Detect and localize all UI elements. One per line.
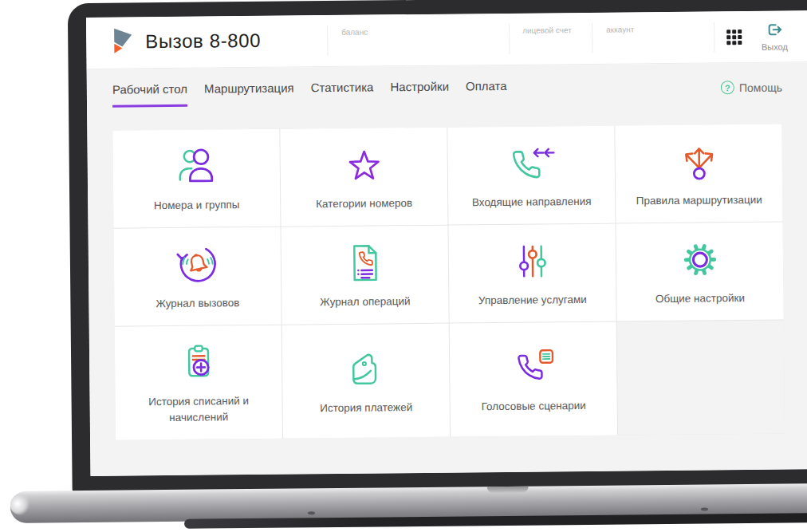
tile-label: Голосовые сценарии — [467, 398, 600, 415]
tile-routing-rules[interactable]: Правила маршрутизации — [615, 124, 782, 223]
laptop-foot — [308, 511, 315, 514]
account-label: аккаунт — [606, 25, 634, 33]
tile-call-log[interactable]: Журнал вызовов — [114, 227, 281, 326]
operations-log-icon — [341, 240, 388, 287]
logout-button[interactable]: Выход — [756, 22, 793, 51]
tiles-grid: Номера и группы Категории номеров — [112, 124, 785, 440]
tile-numbers-and-groups[interactable]: Номера и группы — [112, 129, 280, 228]
tile-number-categories[interactable]: Категории номеров — [280, 128, 447, 227]
tab-desktop[interactable]: Рабочий стол — [112, 82, 187, 108]
tile-general-settings[interactable]: Общие настройки — [616, 223, 783, 321]
app-title: Вызов 8-800 — [145, 30, 261, 53]
empty-grid-cell — [617, 321, 785, 435]
call-log-icon — [174, 242, 221, 289]
tab-statistics[interactable]: Статистика — [311, 81, 374, 106]
header-divider — [592, 23, 592, 53]
tile-label: Категории номеров — [301, 195, 427, 212]
header-divider — [714, 22, 714, 52]
tile-charges-history[interactable]: История списаний и начислений — [115, 325, 282, 440]
star-icon — [341, 142, 388, 189]
help-icon: ? — [721, 81, 734, 94]
tile-operations-log[interactable]: Журнал операций — [281, 226, 449, 325]
incoming-call-icon — [508, 140, 555, 187]
tile-label: Управление услугами — [464, 292, 601, 309]
main-content: Рабочий стол Маршрутизация Статистика На… — [87, 62, 807, 476]
tile-label: Общие настройки — [641, 290, 759, 307]
page: Вызов 8-800 баланс лицевой счет аккаунт — [0, 0, 807, 532]
rostelecom-logo-icon — [112, 27, 134, 56]
tile-label: Правила маршрутизации — [622, 192, 777, 209]
tile-label: Журнал операций — [305, 294, 424, 310]
tile-label: Входящие направления — [458, 194, 606, 211]
laptop-mockup: Вызов 8-800 баланс лицевой счет аккаунт — [68, 0, 807, 532]
tile-label: Журнал вызовов — [141, 295, 254, 312]
app-header: Вызов 8-800 баланс лицевой счет аккаунт — [86, 10, 807, 69]
users-icon — [173, 144, 220, 191]
routing-arrows-icon — [675, 139, 722, 186]
apps-grid-icon[interactable] — [726, 30, 742, 45]
header-divider — [509, 24, 510, 54]
screen: Вызов 8-800 баланс лицевой счет аккаунт — [86, 10, 807, 476]
tile-voice-scenarios[interactable]: Голосовые сценарии — [450, 322, 617, 437]
exit-icon — [766, 22, 783, 37]
tile-label: История платежей — [305, 400, 427, 416]
gear-icon — [676, 237, 723, 284]
help-label: Помощь — [739, 81, 782, 94]
clipboard-plus-icon — [175, 340, 222, 387]
logout-label: Выход — [756, 41, 793, 51]
tab-settings[interactable]: Настройки — [390, 80, 449, 105]
nav-tabs: Рабочий стол Маршрутизация Статистика На… — [112, 79, 524, 108]
tile-incoming-directions[interactable]: Входящие направления — [447, 126, 615, 225]
personal-account-label: лицевой счет — [522, 26, 572, 35]
tile-service-management[interactable]: Управление услугами — [449, 224, 616, 323]
header-divider — [327, 26, 328, 56]
tab-routing[interactable]: Маршрутизация — [204, 81, 294, 106]
balance-label: баланс — [341, 28, 368, 37]
laptop-lid-notch — [487, 487, 529, 493]
tile-label: Номера и группы — [140, 197, 254, 214]
tab-payment[interactable]: Оплата — [466, 79, 507, 104]
tile-payments-history[interactable]: История платежей — [282, 324, 450, 439]
voice-script-icon — [510, 345, 557, 392]
help-link[interactable]: ? Помощь — [721, 81, 782, 95]
laptop-foot — [701, 508, 708, 511]
tile-label: История списаний и начислений — [116, 393, 282, 426]
wallet-icon — [342, 346, 389, 393]
sliders-icon — [509, 238, 556, 286]
